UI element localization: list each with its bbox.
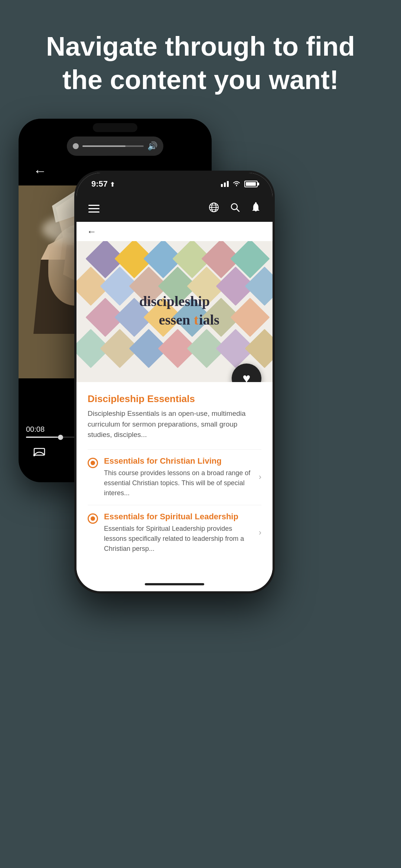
radio-dot-2 xyxy=(91,516,95,521)
course-name-2: Essentials for Spiritual Leadership xyxy=(104,512,252,522)
radio-button-1 xyxy=(88,458,98,468)
course-name-1: Essentials for Christian Living xyxy=(104,456,252,466)
search-icon[interactable] xyxy=(230,203,240,215)
volume-dot xyxy=(73,143,79,149)
content-area: Discipleship Essentials Discipleship Ess… xyxy=(76,382,273,576)
signal-bar-3 xyxy=(227,181,229,187)
bell-icon[interactable] xyxy=(251,202,261,215)
back-row: ← xyxy=(76,222,273,241)
home-indicator xyxy=(145,583,204,585)
phones-area: 🔊 ← xyxy=(0,119,401,823)
volume-icon: 🔊 xyxy=(147,141,157,151)
hamburger-line-1 xyxy=(88,205,100,206)
signal-bars xyxy=(221,181,229,187)
progress-dot xyxy=(58,435,63,440)
radio-button-2 xyxy=(88,513,98,524)
status-time: 9:57 ⬆ xyxy=(91,179,115,189)
location-arrow-icon: ⬆ xyxy=(110,181,115,188)
globe-icon[interactable] xyxy=(209,202,219,215)
volume-bar[interactable]: 🔊 xyxy=(67,137,163,156)
series-title: Discipleship Essentials xyxy=(88,393,261,405)
progress-fill xyxy=(26,437,58,438)
course-desc-1: This course provides lessons on a broad … xyxy=(104,468,252,498)
front-phone-screen: 9:57 ⬆ xyxy=(76,173,273,591)
status-icons xyxy=(221,180,258,188)
course-item-1[interactable]: Essentials for Christian Living This cou… xyxy=(88,449,261,505)
hamburger-line-3 xyxy=(88,211,100,213)
nav-icons xyxy=(209,202,261,215)
svg-text:discipleship: discipleship xyxy=(139,293,210,309)
svg-text:t: t xyxy=(194,312,199,328)
diamond-grid: discipleship essen t ials ♥ xyxy=(76,241,273,382)
course-text-1: Essentials for Christian Living This cou… xyxy=(104,456,261,498)
back-arrow[interactable]: ← xyxy=(87,226,97,237)
svg-point-19 xyxy=(255,202,257,204)
volume-track xyxy=(82,145,144,147)
signal-bar-1 xyxy=(221,184,223,187)
svg-text:ials: ials xyxy=(199,312,219,328)
signal-bar-2 xyxy=(224,183,226,187)
front-phone: 9:57 ⬆ xyxy=(74,171,275,594)
headline-section: Navigate through to find the content you… xyxy=(0,0,401,119)
course-arrow-1: › xyxy=(259,472,261,482)
hero-image: discipleship essen t ials ♥ xyxy=(76,241,273,382)
back-phone-back-arrow[interactable]: ← xyxy=(33,163,47,179)
hamburger-line-2 xyxy=(88,208,100,209)
series-description: Discipleship Essentials is an open-use, … xyxy=(88,408,261,440)
radio-dot-1 xyxy=(91,461,95,465)
course-item-2[interactable]: Essentials for Spiritual Leadership Esse… xyxy=(88,505,261,560)
battery-icon xyxy=(244,181,258,187)
svg-point-7 xyxy=(66,227,75,233)
svg-line-18 xyxy=(237,209,239,211)
back-phone-notch xyxy=(93,123,137,132)
nav-bar xyxy=(76,195,273,222)
svg-text:essen: essen xyxy=(159,312,190,328)
headline-text: Navigate through to find the content you… xyxy=(30,30,371,96)
battery-fill xyxy=(246,182,256,186)
volume-fill xyxy=(82,145,125,147)
course-desc-2: Essentials for Spiritual Leadership prov… xyxy=(104,524,252,554)
heart-icon: ♥ xyxy=(242,371,250,382)
cast-icon[interactable] xyxy=(33,447,45,460)
hamburger-menu[interactable] xyxy=(88,205,100,213)
course-arrow-2: › xyxy=(259,528,261,537)
diamond-pattern-svg: discipleship essen t ials xyxy=(76,241,273,382)
course-text-2: Essentials for Spiritual Leadership Esse… xyxy=(104,512,261,554)
phone-notch xyxy=(141,173,208,188)
wifi-icon xyxy=(232,180,241,188)
